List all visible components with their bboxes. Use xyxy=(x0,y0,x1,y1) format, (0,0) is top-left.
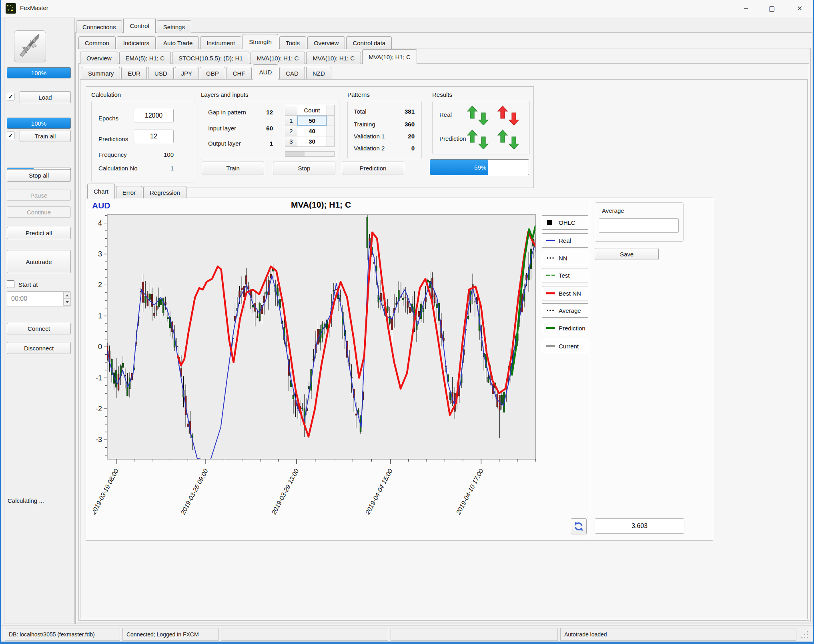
continue-button[interactable]: Continue xyxy=(7,206,71,218)
stop-all-button[interactable]: Stop all xyxy=(7,169,71,182)
chart-tab-error[interactable]: Error xyxy=(116,186,142,198)
app-window: FexMaster – ▢ ✕ 100% ✓ Load 100% ✓ Train… xyxy=(0,0,814,644)
indicator-tab-ema-5-h1-c[interactable]: EMA(5); H1; C xyxy=(119,52,171,64)
currency-tab-jpy[interactable]: JPY xyxy=(175,67,199,79)
refresh-icon xyxy=(573,521,584,532)
pause-button[interactable]: Pause xyxy=(7,190,71,201)
train-all-checkbox[interactable]: ✓ xyxy=(7,132,14,139)
train-all-button[interactable]: Train all xyxy=(20,130,71,142)
tabs-level3: OverviewEMA(5); H1; CSTOCH(10,5,5); (D);… xyxy=(80,49,417,64)
real-up-down-arrows-red-icon xyxy=(497,105,522,126)
legend-best-nn[interactable]: Best NN xyxy=(542,286,588,300)
resize-grip-icon[interactable] xyxy=(800,630,809,639)
stop-button[interactable]: Stop xyxy=(273,162,335,174)
currency-tab-cad[interactable]: CAD xyxy=(279,67,305,79)
indicator-tab-mva-10-h1-c[interactable]: MVA(10); H1; C xyxy=(251,52,305,64)
tab-indicators[interactable]: Indicators xyxy=(117,36,156,49)
legend-real[interactable]: Real xyxy=(542,233,588,248)
count-cell[interactable]: 40 xyxy=(297,126,327,136)
legend-label: Current xyxy=(559,343,579,350)
close-button[interactable]: ✕ xyxy=(784,0,814,17)
average-title: Average xyxy=(602,207,624,214)
svg-text:4: 4 xyxy=(98,219,102,227)
tabs-level4: SummaryEURUSDJPYGBPCHFAUDCADNZD xyxy=(82,64,331,79)
row-header[interactable]: 1 xyxy=(285,116,297,126)
svg-text:-3: -3 xyxy=(96,436,102,444)
refresh-button[interactable] xyxy=(571,518,587,534)
currency-tab-gbp[interactable]: GBP xyxy=(200,67,225,79)
window-bottom-border xyxy=(1,642,813,644)
count-table[interactable]: Count150240330 xyxy=(285,105,335,147)
tab-control-data[interactable]: Control data xyxy=(346,36,392,49)
count-cell[interactable]: 50 xyxy=(297,116,327,126)
train-button[interactable]: Train xyxy=(202,162,264,174)
load-checkbox[interactable]: ✓ xyxy=(7,93,14,100)
tab-overview[interactable]: Overview xyxy=(307,36,345,49)
pattern-label-2: Validation 1 xyxy=(354,133,385,140)
rocket-icon[interactable] xyxy=(14,30,46,62)
maximize-button[interactable]: ▢ xyxy=(759,0,784,17)
svg-text:-2: -2 xyxy=(96,405,102,413)
load-progress-bar: 100% xyxy=(7,67,71,78)
tab-connections[interactable]: Connections xyxy=(76,20,122,33)
minimize-button[interactable]: – xyxy=(733,0,759,17)
legend-prediction[interactable]: Prediction xyxy=(542,321,588,335)
disconnect-button[interactable]: Disconnect xyxy=(7,342,71,354)
count-vscroll-track[interactable] xyxy=(327,105,334,116)
start-at-checkbox[interactable] xyxy=(7,280,14,288)
save-button[interactable]: Save xyxy=(595,248,659,260)
start-time-input[interactable]: 00:00 xyxy=(7,291,71,306)
time-spin-up-icon[interactable] xyxy=(63,292,71,299)
chart-tab-chart[interactable]: Chart xyxy=(87,184,115,199)
chart-value-box[interactable]: 3.603 xyxy=(595,518,684,534)
legend-nn[interactable]: NN xyxy=(542,251,588,265)
real-up-down-arrows-green-icon xyxy=(467,105,491,126)
indicator-tab-mva-10-h1-c[interactable]: MVA(10); H1; C xyxy=(362,49,417,64)
svg-text:0: 0 xyxy=(98,343,102,351)
count-row-2: 240 xyxy=(285,126,334,136)
load-progress-bar-2: 100% xyxy=(7,118,71,129)
output-layer-value: 1 xyxy=(253,140,273,147)
indicator-tab-overview[interactable]: Overview xyxy=(80,52,118,64)
prediction-label: Prediction xyxy=(439,135,466,142)
currency-tab-aud[interactable]: AUD xyxy=(253,64,279,80)
prediction-button[interactable]: Prediction xyxy=(342,162,404,174)
legend-ohlc[interactable]: OHLC xyxy=(542,215,588,230)
indicator-tab-mva-10-h1-c[interactable]: MVA(10); H1; C xyxy=(306,52,361,64)
chart-tab-regression[interactable]: Regression xyxy=(143,186,186,198)
tab-instrument[interactable]: Instrument xyxy=(200,36,241,49)
count-cell[interactable]: 30 xyxy=(297,136,327,147)
hscrollbar-thumb[interactable] xyxy=(285,152,305,156)
currency-tab-chf[interactable]: CHF xyxy=(227,67,252,79)
count-table-hscrollbar[interactable] xyxy=(285,151,335,157)
row-header[interactable]: 2 xyxy=(285,126,297,136)
predictions-input[interactable]: 12 xyxy=(134,130,174,143)
tab-settings[interactable]: Settings xyxy=(157,20,191,33)
training-progress-bar: 59% xyxy=(430,159,529,175)
legend-current[interactable]: Current xyxy=(542,339,588,353)
currency-tab-eur[interactable]: EUR xyxy=(121,67,147,79)
connect-button[interactable]: Connect xyxy=(7,323,71,334)
predictions-label: Predictions xyxy=(98,136,128,142)
tab-strength[interactable]: Strength xyxy=(243,34,278,49)
legend-average[interactable]: Average xyxy=(542,303,588,318)
average-input[interactable] xyxy=(599,218,679,233)
chart-instrument-label: AUD xyxy=(92,201,110,210)
epochs-input[interactable]: 12000 xyxy=(134,109,174,122)
x-tick-label-1: 2019-03-25 09:00 xyxy=(179,468,209,516)
indicator-tab-stoch-10-5-5-d-h1[interactable]: STOCH(10,5,5); (D); H1 xyxy=(172,52,249,64)
predict-all-button[interactable]: Predict all xyxy=(7,227,71,239)
load-button[interactable]: Load xyxy=(20,91,71,103)
status-autotrade: Autotrade loaded xyxy=(560,628,796,641)
row-header[interactable]: 3 xyxy=(285,136,297,147)
tab-auto-trade[interactable]: Auto Trade xyxy=(157,36,199,49)
tab-tools[interactable]: Tools xyxy=(279,36,306,49)
currency-tab-summary[interactable]: Summary xyxy=(82,67,120,79)
tab-common[interactable]: Common xyxy=(78,36,116,49)
currency-tab-usd[interactable]: USD xyxy=(148,67,174,79)
time-spin-down-icon[interactable] xyxy=(63,299,71,306)
tab-control[interactable]: Control xyxy=(123,18,155,33)
autotrade-button[interactable]: Autotrade xyxy=(7,250,71,273)
legend-test[interactable]: Test xyxy=(542,268,588,282)
currency-tab-nzd[interactable]: NZD xyxy=(306,67,331,79)
